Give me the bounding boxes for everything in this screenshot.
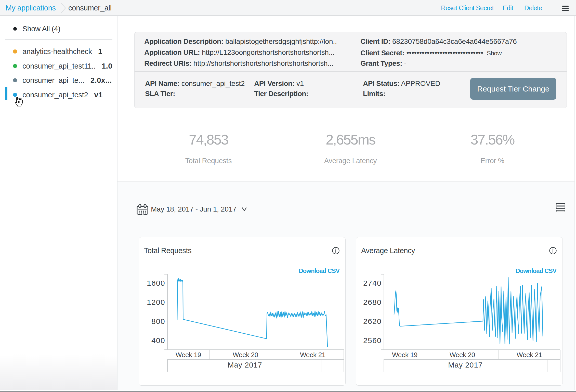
svg-text:May 2017: May 2017 (228, 361, 262, 369)
svg-text:400: 400 (151, 336, 165, 345)
svg-text:Week 19: Week 19 (176, 351, 201, 359)
svg-text:Week 20: Week 20 (233, 351, 258, 359)
svg-text:Week 19: Week 19 (392, 351, 417, 359)
svg-text:May 2017: May 2017 (448, 361, 482, 369)
svg-text:Week 21: Week 21 (300, 351, 325, 359)
svg-text:Week 21: Week 21 (517, 351, 542, 359)
svg-text:Week 20: Week 20 (450, 351, 475, 359)
svg-text:2560: 2560 (363, 336, 382, 345)
svg-text:800: 800 (151, 317, 165, 325)
svg-text:1200: 1200 (147, 298, 165, 306)
svg-text:2740: 2740 (363, 279, 382, 287)
svg-text:1600: 1600 (147, 279, 165, 287)
svg-text:2680: 2680 (363, 298, 382, 306)
svg-text:2620: 2620 (363, 317, 382, 325)
